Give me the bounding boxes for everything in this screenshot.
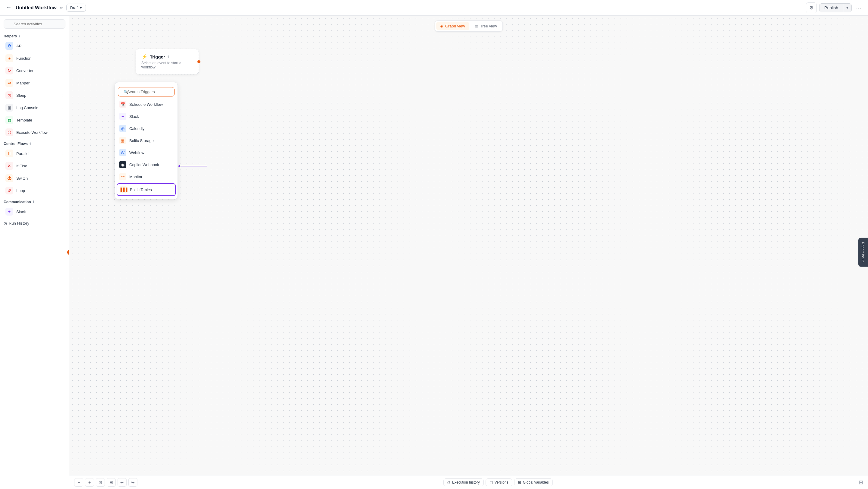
- helpers-section-header: Helpers ℹ: [0, 31, 69, 39]
- search-input[interactable]: [4, 19, 65, 29]
- slack-label: Slack: [16, 210, 26, 214]
- sidebar-item-sleep[interactable]: ◷ Sleep ::: [2, 89, 67, 101]
- log-console-drag-handle[interactable]: ::: [61, 105, 64, 110]
- parallel-drag-handle[interactable]: ::: [61, 151, 64, 156]
- control-flows-label: Control Flows: [4, 142, 28, 146]
- api-drag-handle[interactable]: ::: [61, 44, 64, 48]
- communication-section-header: Communication ℹ: [0, 197, 69, 205]
- template-label: Template: [16, 118, 32, 122]
- dropdown-item-boltic-tables[interactable]: ▐▐▐ Boltic Tables: [117, 183, 176, 196]
- sleep-drag-handle[interactable]: ::: [61, 93, 64, 97]
- draft-label: Draft: [70, 5, 79, 10]
- layout-button[interactable]: ⊞: [107, 478, 116, 487]
- sidebar-item-execute-workflow[interactable]: ⬡ Execute Workflow ::: [2, 126, 67, 139]
- edit-icon[interactable]: ✏: [60, 5, 63, 10]
- if-else-drag-handle[interactable]: ::: [61, 164, 64, 168]
- sidebar-item-function[interactable]: ◈ Function ::: [2, 52, 67, 64]
- back-button[interactable]: ←: [5, 3, 13, 12]
- publish-dropdown-button[interactable]: ▾: [843, 4, 851, 12]
- global-variables-button[interactable]: ⊞ Global variables: [514, 479, 553, 486]
- tree-view-button[interactable]: ▤ Tree view: [470, 22, 501, 30]
- sleep-label: Sleep: [16, 93, 26, 98]
- zoom-out-button[interactable]: −: [74, 478, 83, 487]
- versions-label: Versions: [495, 480, 508, 485]
- publish-main-button[interactable]: Publish: [819, 4, 843, 12]
- template-drag-handle[interactable]: ::: [61, 118, 64, 122]
- execution-history-icon: ◷: [447, 480, 450, 485]
- helpers-info-icon: ℹ: [19, 34, 20, 38]
- mapper-drag-handle[interactable]: ::: [61, 81, 64, 85]
- function-drag-handle[interactable]: ::: [61, 56, 64, 60]
- sidebar-item-mapper[interactable]: ⇌ Mapper ::: [2, 77, 67, 89]
- tree-view-icon: ▤: [475, 24, 478, 28]
- sidebar: 🔍 Helpers ℹ ⚙ API :: ◈ Function :: ↻ Con…: [0, 16, 69, 489]
- boltic-storage-dropdown-icon: ▦: [119, 137, 126, 144]
- execution-history-button[interactable]: ◷ Execution history: [443, 479, 484, 486]
- dropdown-items-list: 📅 Schedule Workflow ✦ Slack ◎ Calendly ▦…: [115, 98, 178, 196]
- canvas-area[interactable]: ◈ Graph view ▤ Tree view ⚡ Trigger ℹ Sel…: [69, 16, 868, 489]
- trigger-node[interactable]: ⚡ Trigger ℹ Select an event to start a w…: [135, 49, 199, 74]
- fit-button[interactable]: ⊡: [96, 478, 105, 487]
- switch-label: Switch: [16, 176, 28, 181]
- dropdown-item-slack[interactable]: ✦ Slack: [115, 110, 178, 122]
- if-else-label: If Else: [16, 164, 27, 168]
- trigger-title: Trigger: [150, 54, 165, 59]
- sidebar-item-parallel[interactable]: ⏸ Parallel ::: [2, 147, 67, 159]
- gear-icon: ⚙: [809, 5, 813, 10]
- converter-drag-handle[interactable]: ::: [61, 68, 64, 73]
- dropdown-item-boltic-storage[interactable]: ▦ Boltic Storage: [115, 134, 178, 147]
- execute-workflow-icon: ⬡: [5, 128, 13, 136]
- dropdown-item-monitor[interactable]: 〜 Monitor: [115, 171, 178, 183]
- if-else-icon: ✕: [5, 162, 13, 170]
- redo-button[interactable]: ↪: [128, 478, 137, 487]
- mapper-icon: ⇌: [5, 79, 13, 87]
- trigger-bolt-icon: ⚡: [141, 54, 147, 60]
- loop-drag-handle[interactable]: ::: [61, 188, 64, 193]
- webflow-dropdown-label: Webflow: [129, 150, 144, 155]
- sidebar-item-api[interactable]: ⚙ API ::: [2, 40, 67, 52]
- main-layout: 🔍 Helpers ℹ ⚙ API :: ◈ Function :: ↻ Con…: [0, 16, 868, 489]
- view-toggle: ◈ Graph view ▤ Tree view: [435, 21, 503, 32]
- zoom-in-button[interactable]: +: [85, 478, 94, 487]
- sidebar-item-switch[interactable]: ⏻ Switch ::: [2, 172, 67, 184]
- switch-drag-handle[interactable]: ::: [61, 176, 64, 180]
- undo-button[interactable]: ↩: [118, 478, 127, 487]
- dropdown-item-copilot-webhook[interactable]: ◉ Copilot Webhook: [115, 159, 178, 171]
- monitor-dropdown-label: Monitor: [129, 175, 142, 179]
- sidebar-collapse-handle[interactable]: ‹: [67, 249, 69, 256]
- slack-dropdown-label: Slack: [129, 114, 139, 119]
- publish-button-group: Publish ▾: [819, 3, 852, 12]
- sidebar-item-slack[interactable]: ✦ Slack ::: [2, 206, 67, 218]
- monitor-dropdown-icon: 〜: [119, 173, 126, 180]
- report-issue-button[interactable]: Report Issue: [858, 238, 868, 267]
- control-flows-list: ⏸ Parallel :: ✕ If Else :: ⏻ Switch :: ↺…: [0, 147, 69, 196]
- trigger-search-wrap: 🔍: [115, 85, 178, 98]
- graph-view-label: Graph view: [445, 24, 465, 28]
- helpers-list: ⚙ API :: ◈ Function :: ↻ Converter :: ⇌ …: [0, 40, 69, 139]
- settings-button[interactable]: ⚙: [806, 2, 817, 13]
- sidebar-item-loop[interactable]: ↺ Loop ::: [2, 184, 67, 196]
- run-history-icon: ◷: [4, 221, 7, 225]
- calendly-dropdown-icon: ◎: [119, 125, 126, 132]
- dropdown-item-schedule-workflow[interactable]: 📅 Schedule Workflow: [115, 98, 178, 110]
- dropdown-item-webflow[interactable]: W Webflow: [115, 147, 178, 159]
- trigger-search-icon: 🔍: [124, 90, 128, 94]
- versions-button[interactable]: ◫ Versions: [486, 479, 513, 486]
- more-options-button[interactable]: ⋯: [854, 3, 863, 12]
- sidebar-item-template[interactable]: ▦ Template ::: [2, 114, 67, 126]
- canvas-dots: [69, 16, 868, 489]
- slack-drag-handle[interactable]: ::: [61, 210, 64, 214]
- dropdown-item-calendly[interactable]: ◎ Calendly: [115, 122, 178, 134]
- execute-workflow-label: Execute Workflow: [16, 130, 48, 135]
- execute-workflow-drag-handle[interactable]: ::: [61, 130, 64, 134]
- graph-view-button[interactable]: ◈ Graph view: [436, 22, 469, 30]
- trigger-search-wrapper: 🔍: [118, 87, 175, 96]
- run-history[interactable]: ◷ Run History: [0, 218, 69, 227]
- sidebar-item-if-else[interactable]: ✕ If Else ::: [2, 160, 67, 172]
- trigger-info-icon: ℹ: [167, 55, 169, 59]
- boltic-storage-dropdown-label: Boltic Storage: [129, 139, 154, 143]
- grid-toggle-button[interactable]: ⊞: [859, 479, 863, 486]
- sidebar-item-converter[interactable]: ↻ Converter ::: [2, 64, 67, 77]
- draft-button[interactable]: Draft ▾: [66, 4, 86, 12]
- sidebar-item-log-console[interactable]: ▣ Log Console ::: [2, 101, 67, 114]
